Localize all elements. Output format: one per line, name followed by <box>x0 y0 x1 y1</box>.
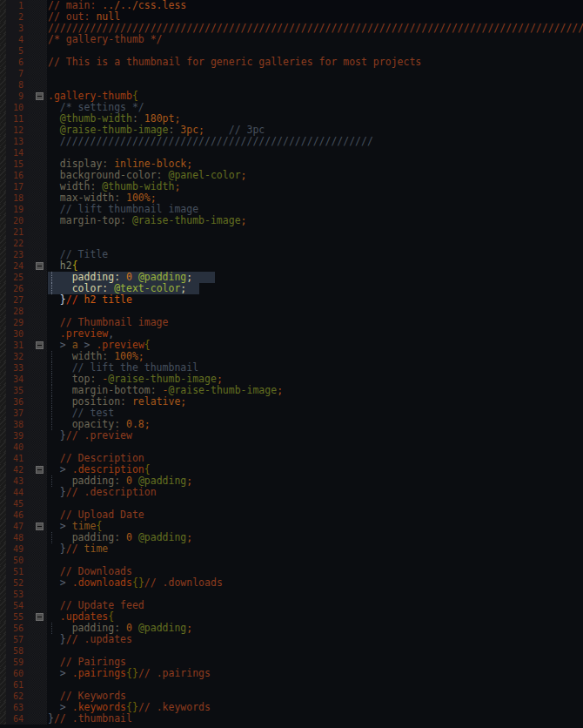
code-line: 33 // lift the thumbnail <box>0 362 583 374</box>
fold-collapse-icon[interactable] <box>36 466 44 474</box>
code-line-text[interactable]: // Update feed <box>47 600 583 611</box>
code-line-text[interactable]: // lift thumbnail image <box>47 204 583 215</box>
code-line: 42 > .description{ <box>0 464 583 475</box>
code-line-text[interactable]: // Description <box>47 453 583 464</box>
code-line-text[interactable]: @raise-thumb-image: 3pc; // 3pc <box>47 125 583 136</box>
fold-margin <box>28 396 47 408</box>
code-line-text[interactable]: // main: ../../css.less <box>47 0 583 11</box>
code-line-text[interactable]: padding: 0 @padding; <box>47 532 583 543</box>
code-line-text[interactable]: }// .updates <box>47 634 583 645</box>
code-line-text[interactable]: > .downloads{}// .downloads <box>47 577 583 589</box>
code-line-text[interactable]: background-color: @panel-color; <box>47 170 583 181</box>
code-line-text[interactable]: // Downloads <box>47 566 583 577</box>
code-line-text[interactable]: ////////////////////////////////////////… <box>47 23 583 34</box>
code-line-text[interactable]: top: -@raise-thumb-image; <box>47 374 583 385</box>
code-line-text[interactable]: /* gallery-thumb */ <box>47 34 583 45</box>
code-line-text[interactable]: }// .thumbnail <box>47 713 583 725</box>
code-line-text[interactable]: position: relative; <box>47 396 583 408</box>
token: } <box>48 430 66 442</box>
code-line-text[interactable]: // Title <box>47 249 583 260</box>
code-line: 51 // Downloads <box>0 566 583 577</box>
code-line-text[interactable] <box>47 679 583 691</box>
token: { <box>144 340 151 351</box>
code-line-text[interactable] <box>47 442 583 453</box>
code-line-text[interactable]: ////////////////////////////////////////… <box>47 136 583 147</box>
code-line: 55 .updates{ <box>0 611 583 623</box>
token: ////////////////////////////////////////… <box>48 136 373 147</box>
line-number: 45 <box>6 498 28 509</box>
code-line-text[interactable]: // Upload Date <box>47 509 583 521</box>
code-line-text[interactable] <box>47 555 583 566</box>
code-line-text[interactable]: }// .description <box>47 487 583 498</box>
token: .preview <box>48 328 108 340</box>
token: > <box>48 464 72 475</box>
code-line-text[interactable]: margin-bottom: -@raise-thumb-image; <box>47 385 583 396</box>
code-line-text[interactable]: .gallery-thumb{ <box>47 91 583 102</box>
code-line-text[interactable] <box>47 238 583 249</box>
code-line-text[interactable]: padding: 0 @padding; <box>47 623 583 634</box>
line-number: 44 <box>6 487 28 498</box>
code-line-text[interactable]: width: 100%; <box>47 351 583 362</box>
code-line-text[interactable] <box>47 498 583 509</box>
code-line-text[interactable]: // This is a thumbnail for generic galle… <box>47 57 583 68</box>
fold-margin <box>28 509 47 521</box>
code-line-text[interactable]: color: @text-color; <box>47 283 583 294</box>
code-line: 63 > .keywords{}// .keywords <box>0 702 583 713</box>
code-line-text[interactable]: // Pairings <box>47 657 583 668</box>
code-line-text[interactable]: > .keywords{}// .keywords <box>47 702 583 713</box>
margin-strip <box>0 374 6 385</box>
fold-collapse-icon[interactable] <box>36 262 44 270</box>
code-line-text[interactable]: padding: 0 @padding; <box>47 272 583 283</box>
code-line-text[interactable] <box>47 306 583 317</box>
code-line-text[interactable] <box>47 68 583 79</box>
fold-collapse-icon[interactable] <box>36 522 44 530</box>
code-line-text[interactable]: .preview, <box>47 328 583 340</box>
fold-collapse-icon[interactable] <box>36 341 44 349</box>
line-number: 2 <box>6 11 28 23</box>
code-line-text[interactable]: /* settings */ <box>47 102 583 113</box>
fold-collapse-icon[interactable] <box>36 613 44 621</box>
code-line-text[interactable] <box>47 226 583 238</box>
code-lines-container: 1// main: ../../css.less2// out: null3//… <box>0 0 583 725</box>
code-line-text[interactable]: }// time <box>47 543 583 555</box>
indent-guide <box>51 623 52 634</box>
code-line-text[interactable]: max-width: 100%; <box>47 192 583 204</box>
token: time <box>84 543 109 555</box>
code-line-text[interactable]: > a > .preview{ <box>47 340 583 351</box>
code-line-text[interactable]: > .pairings{}// .pairings <box>47 668 583 679</box>
code-line-text[interactable]: display: inline-block; <box>47 158 583 170</box>
code-line-text[interactable]: // Keywords <box>47 691 583 702</box>
fold-margin <box>28 158 47 170</box>
line-number: 19 <box>6 204 28 215</box>
fold-margin <box>28 430 47 442</box>
line-number: 33 <box>6 362 28 374</box>
code-line: 5 <box>0 45 583 57</box>
code-line-text[interactable]: // Thumbnail image <box>47 317 583 328</box>
code-line-text[interactable]: margin-top: @raise-thumb-image; <box>47 215 583 226</box>
fold-collapse-icon[interactable] <box>36 92 44 100</box>
code-line-text[interactable] <box>47 589 583 600</box>
code-line-text[interactable]: // lift the thumbnail <box>47 362 583 374</box>
code-line-text[interactable] <box>47 645 583 657</box>
code-line-text[interactable]: padding: 0 @padding; <box>47 475 583 487</box>
token: // .preview <box>66 430 132 442</box>
code-line-text[interactable]: }// h2 title <box>47 294 583 306</box>
margin-strip <box>0 260 6 272</box>
line-number: 38 <box>6 419 28 430</box>
token: max-width: <box>48 192 126 204</box>
code-line-text[interactable]: @thumb-width: 180pt; <box>47 113 583 125</box>
code-line-text[interactable] <box>47 147 583 158</box>
fold-margin <box>28 272 47 283</box>
code-line-text[interactable]: }// .preview <box>47 430 583 442</box>
code-line-text[interactable]: // test <box>47 408 583 419</box>
code-line-text[interactable]: // out: null <box>47 11 583 23</box>
code-line-text[interactable]: h2{ <box>47 260 583 272</box>
code-line-text[interactable]: opacity: 0.8; <box>47 419 583 430</box>
code-line-text[interactable]: .updates{ <box>47 611 583 623</box>
code-line-text[interactable] <box>47 45 583 57</box>
code-line-text[interactable]: > time{ <box>47 521 583 532</box>
code-line-text[interactable]: > .description{ <box>47 464 583 475</box>
code-line-text[interactable] <box>47 79 583 91</box>
fold-margin <box>28 102 47 113</box>
code-line-text[interactable]: width: @thumb-width; <box>47 181 583 192</box>
